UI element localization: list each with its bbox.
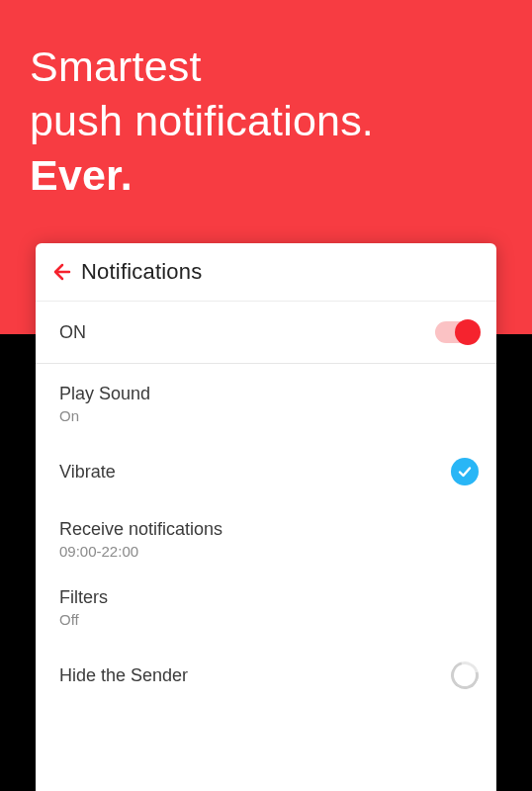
switch-knob xyxy=(455,319,481,345)
setting-title: Play Sound xyxy=(59,384,150,404)
setting-subtitle: Off xyxy=(59,611,108,628)
setting-title: Hide the Sender xyxy=(59,665,188,686)
setting-subtitle: On xyxy=(59,407,150,424)
master-toggle-switch[interactable] xyxy=(435,321,479,343)
setting-receive-notifications[interactable]: Receive notifications 09:00-22:00 xyxy=(36,505,496,573)
checkmark-icon[interactable] xyxy=(451,458,479,485)
hero-line-3: Ever. xyxy=(30,151,133,199)
back-arrow-icon[interactable] xyxy=(49,259,75,285)
page-title: Notifications xyxy=(81,259,202,285)
card-header: Notifications xyxy=(36,243,496,302)
hero-line-2: push notifications. xyxy=(30,97,374,144)
setting-title: Vibrate xyxy=(59,462,116,483)
setting-title: Receive notifications xyxy=(59,519,222,540)
master-toggle-label: ON xyxy=(59,322,86,343)
master-toggle-row[interactable]: ON xyxy=(36,302,496,364)
setting-hide-sender[interactable]: Hide the Sender xyxy=(36,642,496,709)
setting-filters[interactable]: Filters Off xyxy=(36,573,496,642)
setting-vibrate[interactable]: Vibrate xyxy=(36,438,496,505)
loading-spinner-icon xyxy=(446,657,484,694)
setting-subtitle: 09:00-22:00 xyxy=(59,543,222,560)
setting-play-sound[interactable]: Play Sound On xyxy=(36,370,496,438)
hero-text: Smartest push notifications. Ever. xyxy=(30,40,502,203)
hero-line-1: Smartest xyxy=(30,43,202,90)
settings-list: Play Sound On Vibrate Receive notificati… xyxy=(36,364,496,709)
setting-title: Filters xyxy=(59,587,108,608)
settings-card: Notifications ON Play Sound On Vibrate xyxy=(36,243,496,791)
